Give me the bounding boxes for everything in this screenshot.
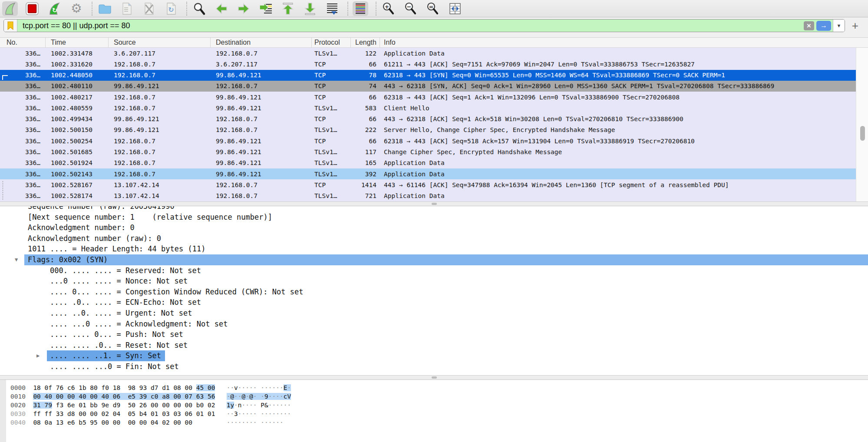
hex-ascii: @ (242, 393, 246, 400)
stop-capture-button[interactable] (24, 1, 40, 16)
toolbar-separator (92, 2, 92, 16)
zoom-reset-button[interactable]: = (425, 1, 441, 16)
reload-file-button[interactable]: ↻ (163, 1, 179, 16)
column-header-info[interactable]: Info (380, 38, 868, 47)
packet-row[interactable]: 336…1002.501685192.168.0.799.86.49.121TL… (0, 146, 856, 157)
hex-row[interactable]: 0010 00 40 00 00 40 00 40 06 e5 39 c0 a8… (10, 392, 868, 401)
packet-row[interactable]: 336…1002.331620192.168.0.73.6.207.117TCP… (0, 59, 856, 69)
magnifier-icon (192, 2, 206, 16)
filter-add-button[interactable]: + (852, 20, 858, 31)
detail-line[interactable]: .... .... .0.. = Reset: Not set (0, 340, 868, 351)
colorize-button[interactable] (353, 1, 368, 16)
close-file-button[interactable] (141, 1, 157, 16)
detail-line[interactable]: ▼Flags: 0x002 (SYN) (0, 254, 868, 265)
detail-line-text: 1011 .... = Header Length: 44 bytes (11) (28, 244, 205, 254)
hex-row[interactable]: 0040 08 0a 13 e6 b5 95 00 00 00 00 04 02… (10, 418, 868, 427)
hex-ascii: · (242, 410, 246, 417)
display-filter-input[interactable]: tcp.port == 80 || udp.port == 80 (23, 21, 804, 30)
go-to-top-button[interactable] (280, 1, 296, 16)
detail-line[interactable]: .... ..0. .... = Urgent: Not set (0, 308, 868, 319)
svg-text:↻: ↻ (168, 6, 174, 14)
zoom-out-button[interactable]: − (403, 1, 419, 16)
detail-line[interactable]: Sequence number (raw): 2005041990 (0, 206, 868, 212)
detail-line[interactable]: ▶.... .... ..1. = Syn: Set (0, 350, 868, 361)
packet-list-scrollbar[interactable] (856, 48, 868, 201)
column-header-time[interactable]: Time (46, 38, 109, 47)
detail-line[interactable]: .... ...0 .... = Acknowledgment: Not set (0, 319, 868, 330)
detail-line-text: .... .... ..1. = Syn: Set (47, 350, 165, 361)
packet-cell-len: 122 (351, 50, 380, 57)
capture-options-button[interactable]: ⚙ (69, 1, 84, 16)
save-file-button[interactable] (119, 1, 135, 16)
detail-line[interactable]: Acknowledgment number (raw): 0 (0, 233, 868, 244)
detail-line[interactable]: 000. .... .... = Reserved: Not set (0, 265, 868, 276)
packet-cell-dst: 192.168.0.7 (211, 50, 312, 57)
column-header-no[interactable]: No. (0, 38, 46, 47)
detail-line[interactable]: .... .... ...0 = Fin: Not set (0, 361, 868, 372)
column-header-length[interactable]: Length (351, 38, 380, 47)
resize-columns-button[interactable] (447, 1, 463, 16)
hex-ascii: · (272, 384, 276, 391)
packet-cell-src: 192.168.0.7 (109, 61, 211, 68)
packet-row[interactable]: 336…1002.49943499.86.49.121192.168.0.7TC… (0, 114, 856, 125)
hex-ascii: · (276, 402, 280, 409)
scrollbar-thumb[interactable] (860, 126, 865, 141)
packet-row[interactable]: 336…1002.500254192.168.0.799.86.49.121TC… (0, 135, 856, 146)
zoom-in-button[interactable]: + (381, 1, 396, 16)
packet-row[interactable]: 336…1002.52816713.107.42.14192.168.0.7TC… (0, 179, 856, 190)
filter-clear-button[interactable]: ✕ (804, 21, 814, 30)
packet-row[interactable]: 336…1002.448050192.168.0.799.86.49.121TC… (0, 70, 856, 81)
column-header-destination[interactable]: Destination (211, 38, 312, 47)
detail-line[interactable]: Acknowledgment number: 0 (0, 222, 868, 233)
hex-ascii: · (238, 419, 242, 426)
packet-cell-time: 1002.499434 (46, 115, 109, 122)
go-to-packet-button[interactable] (258, 1, 274, 16)
detail-line[interactable]: 1011 .... = Header Length: 44 bytes (11) (0, 244, 868, 254)
packet-row[interactable]: 336…1002.480217192.168.0.799.86.49.121TC… (0, 92, 856, 102)
packet-row[interactable]: 336…1002.50015099.86.49.121192.168.0.7TL… (0, 125, 856, 135)
packet-cell-dst: 99.86.49.121 (211, 148, 312, 155)
packet-list-pane: 336…1002.3314783.6.207.117192.168.0.7TLS… (0, 48, 868, 201)
hex-text (215, 393, 226, 400)
filter-bookmark-button[interactable] (4, 20, 17, 32)
splitter-list-details[interactable] (0, 201, 868, 206)
go-forward-button[interactable] (236, 1, 251, 16)
hex-row[interactable]: 0030 ff ff 33 d8 00 00 02 04 05 b4 01 03… (10, 409, 868, 418)
open-file-button[interactable] (97, 1, 112, 16)
splitter-details-bytes[interactable] (0, 375, 868, 380)
packet-row[interactable]: 336…1002.480559192.168.0.799.86.49.121TL… (0, 102, 856, 113)
splitter-handle-icon (432, 203, 437, 205)
filter-dropdown-button[interactable]: ▼ (833, 20, 845, 32)
hex-row[interactable]: 0020 31 79 f3 6e 01 bb 9e d9 50 26 00 00… (10, 401, 868, 409)
detail-line[interactable]: .... 0... .... = Congestion Window Reduc… (0, 287, 868, 297)
column-header-protocol[interactable]: Protocol (312, 38, 351, 47)
expander-right-icon[interactable]: ▶ (36, 350, 40, 361)
packet-cell-len: 1414 (351, 181, 380, 188)
packet-row[interactable]: 336…1002.3314783.6.207.117192.168.0.7TLS… (0, 48, 856, 59)
detail-line[interactable]: ...0 .... .... = Nonce: Not set (0, 276, 868, 287)
packet-cell-dst: 192.168.0.7 (211, 192, 312, 199)
hex-text (26, 393, 33, 400)
filter-apply-button[interactable]: → (816, 21, 831, 31)
packet-cell-time: 1002.528174 (46, 192, 109, 199)
packet-row[interactable]: 336…1002.502143192.168.0.799.86.49.121TL… (0, 168, 856, 179)
start-capture-button[interactable] (2, 1, 18, 16)
find-packet-button[interactable] (191, 1, 207, 16)
packet-row[interactable]: 336…1002.48011099.86.49.121192.168.0.7TC… (0, 81, 856, 92)
go-back-button[interactable] (214, 1, 229, 16)
detail-line[interactable]: [Next sequence number: 1 (relative seque… (0, 212, 868, 223)
detail-line[interactable]: .... .... 0... = Push: Not set (0, 329, 868, 340)
detail-line[interactable]: .... .0.. .... = ECN-Echo: Not set (0, 297, 868, 308)
display-filter-field[interactable]: tcp.port == 80 || udp.port == 80 ✕ → ▼ (3, 19, 845, 32)
svg-text:−: − (407, 3, 412, 10)
go-to-bottom-button[interactable] (302, 1, 318, 16)
packet-row[interactable]: 336…1002.52817413.107.42.14192.168.0.7TL… (0, 190, 856, 201)
hex-row[interactable]: 0000 18 0f 76 c6 1b 80 f0 18 98 93 d7 d1… (10, 383, 868, 392)
restart-capture-button[interactable]: ↻ (46, 1, 62, 16)
expander-down-icon[interactable]: ▼ (15, 254, 18, 265)
packet-cell-proto: TCP (312, 138, 351, 145)
hex-ascii: · (238, 410, 242, 417)
column-header-source[interactable]: Source (109, 38, 211, 47)
packet-row[interactable]: 336…1002.501924192.168.0.799.86.49.121TL… (0, 158, 856, 168)
auto-scroll-button[interactable] (324, 1, 340, 16)
